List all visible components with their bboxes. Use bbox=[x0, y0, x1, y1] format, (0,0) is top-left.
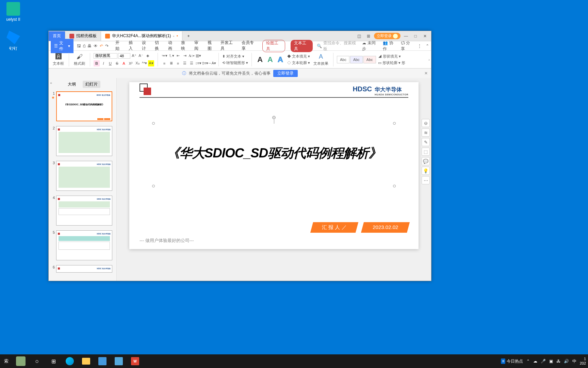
select-tool[interactable]: ⬚ bbox=[422, 148, 430, 156]
align-distribute-button[interactable]: ☰ bbox=[189, 60, 195, 66]
file-menu[interactable]: ☰ 文件 ▾ bbox=[51, 39, 74, 53]
text-fill-button[interactable]: ◆ 文本填充 ▾ bbox=[287, 54, 310, 59]
increase-font-icon[interactable]: A⁺ bbox=[131, 53, 137, 59]
task-view-button[interactable]: ⊞ bbox=[45, 354, 62, 368]
undo-icon[interactable]: ↶ bbox=[100, 44, 103, 48]
zoom-out-tool[interactable]: ⊖ bbox=[422, 119, 430, 127]
print-icon[interactable]: 🖶 bbox=[87, 44, 92, 48]
tab-animation[interactable]: 动画 bbox=[168, 40, 176, 52]
share-button[interactable]: ⮔ 分享 bbox=[401, 40, 413, 52]
tab-devtools[interactable]: 开发工具 bbox=[220, 40, 236, 52]
slide-title-text[interactable]: 《华大SDIOC_SD驱动代码例程解析》 bbox=[153, 144, 394, 162]
align-right-button[interactable]: ≡ bbox=[175, 60, 181, 66]
tab-vip[interactable]: 会员专享 bbox=[242, 40, 257, 52]
tab-design[interactable]: 设计 bbox=[142, 40, 150, 52]
resize-handle-sw[interactable] bbox=[152, 185, 155, 187]
shape-fill-button[interactable]: ◢ 形状填充 ▾ bbox=[378, 54, 405, 59]
slide-canvas[interactable]: HDSC 华大半导体 HUADA SEMICONDUCTOR 《华大SDIOC_… bbox=[129, 82, 419, 249]
clock[interactable]: 1 202 bbox=[580, 357, 586, 366]
collapse-ribbon-icon[interactable]: ⌃ bbox=[426, 44, 429, 48]
thumbnail-3[interactable]: 3 HDSC 华大半导体 bbox=[50, 161, 115, 191]
panel-tab-outline[interactable]: 大纲 bbox=[65, 81, 79, 88]
highlight-button[interactable]: A▾ bbox=[148, 60, 154, 66]
font-size-select[interactable] bbox=[118, 53, 130, 59]
format-painter-group[interactable]: 🖌 格式刷 bbox=[72, 53, 86, 66]
slide-editor[interactable]: HDSC 华大半导体 HUADA SEMICONDUCTOR 《华大SDIOC_… bbox=[117, 78, 431, 281]
tray-battery-icon[interactable]: ▣ bbox=[549, 359, 553, 364]
resize-handle-se[interactable] bbox=[393, 185, 396, 187]
close-button[interactable]: ✕ bbox=[421, 33, 429, 40]
taskbar-app-1[interactable] bbox=[13, 354, 29, 368]
maximize-button[interactable]: □ bbox=[411, 33, 420, 40]
save-icon[interactable]: 🖫 bbox=[77, 44, 81, 48]
ime-indicator[interactable]: 中 bbox=[572, 358, 576, 364]
clear-format-icon[interactable]: ◈ bbox=[145, 53, 151, 59]
layers-tool[interactable]: ≋ bbox=[422, 128, 430, 137]
columns-button[interactable]: ▥▾ bbox=[195, 53, 201, 59]
tray-network-icon[interactable]: 🖧 bbox=[556, 359, 560, 364]
underline-button[interactable]: U bbox=[107, 60, 113, 66]
text-style-gallery[interactable]: A A A bbox=[255, 55, 285, 64]
taskbar-explorer[interactable] bbox=[78, 354, 94, 368]
thumbnail-4[interactable]: 4 HDSC 华大半导体 bbox=[50, 196, 115, 226]
more-tools[interactable]: ⋯ bbox=[422, 176, 430, 184]
comment-tool[interactable]: 💬 bbox=[422, 157, 430, 165]
italic-button[interactable]: I bbox=[100, 60, 107, 66]
minimize-button[interactable]: ― bbox=[402, 33, 410, 40]
start-button[interactable]: ○ bbox=[29, 354, 45, 368]
taskbar-wps[interactable]: W bbox=[127, 354, 143, 368]
tab-draw-tool[interactable]: 绘图工具 bbox=[262, 40, 285, 52]
align-text-button[interactable]: ⬍ 对齐文本 ▾ bbox=[222, 54, 248, 59]
sync-button[interactable]: ☁ 未同步 bbox=[362, 40, 379, 52]
notice-close-button[interactable]: ✕ bbox=[424, 71, 428, 76]
thumbnail-1[interactable]: 1★ HDSC 华大半导体 《华大SDIOC_SD驱动代码例程解析》 bbox=[50, 91, 115, 121]
thumbnail-2[interactable]: 2 HDSC 华大半导体 bbox=[50, 126, 115, 156]
layout-icon[interactable]: ◫ bbox=[355, 33, 363, 40]
ribbon-scroll-right[interactable]: › bbox=[428, 58, 430, 62]
bold-button[interactable]: B bbox=[94, 60, 100, 66]
textbox-group[interactable]: 🅰 文本框 bbox=[51, 53, 65, 66]
font-color-button[interactable]: A bbox=[121, 60, 127, 66]
tab-start[interactable]: 开始 bbox=[115, 40, 123, 52]
text-effect-group[interactable]: A 文本效果 bbox=[312, 53, 330, 66]
taskbar-search[interactable]: 索 bbox=[0, 358, 13, 364]
indent-dec-button[interactable]: ⇤ bbox=[175, 53, 181, 59]
tray-chevron-icon[interactable]: ⌃ bbox=[526, 359, 530, 364]
align-justify-button[interactable]: ☰ bbox=[182, 60, 188, 66]
text-direction-button[interactable]: 𝐀↕▾ bbox=[189, 53, 195, 59]
tab-view[interactable]: 视图 bbox=[208, 40, 215, 52]
collab-button[interactable]: 👥 协作 bbox=[383, 40, 396, 52]
para-spacing-button[interactable]: ‡≡▾ bbox=[202, 60, 208, 66]
shape-outline-button[interactable]: ▭ 形状轮廓 ▾ 形 bbox=[378, 60, 405, 65]
news-widget[interactable]: ≡ 今日热点 bbox=[501, 358, 523, 364]
new-tab-button[interactable]: ＋ bbox=[182, 31, 195, 41]
pen-tool[interactable]: ✎ bbox=[422, 138, 430, 146]
taskbar-edge[interactable] bbox=[62, 354, 78, 368]
smart-shape-button[interactable]: ⟲ 转智能图形 ▾ bbox=[222, 60, 248, 65]
tab-transition[interactable]: 切换 bbox=[155, 40, 163, 52]
rotate-handle[interactable] bbox=[272, 116, 276, 119]
strike-button[interactable]: S bbox=[114, 60, 120, 66]
thumbnail-6[interactable]: 6 HDSC 华大半导体 bbox=[50, 265, 115, 273]
tray-volume-icon[interactable]: 🔊 bbox=[564, 359, 569, 364]
grid-icon[interactable]: ⊞ bbox=[364, 33, 373, 40]
char-spacing-button[interactable]: ↔A▾ bbox=[209, 60, 215, 66]
panel-tab-slides[interactable]: 幻灯片 bbox=[83, 81, 100, 88]
notice-login-button[interactable]: 立即登录 bbox=[273, 70, 298, 77]
preview-icon[interactable]: 👁 bbox=[94, 44, 98, 48]
numbering-button[interactable]: ⒈▾ bbox=[168, 53, 174, 59]
tab-insert[interactable]: 插入 bbox=[129, 40, 136, 52]
change-case-button[interactable]: ᴬᵃ▾ bbox=[141, 60, 147, 66]
desktop-icon-duelyst[interactable]: uelyst II bbox=[1, 2, 25, 22]
title-textbox[interactable]: 《华大SDIOC_SD驱动代码例程解析》 bbox=[153, 123, 395, 186]
taskbar-app-3[interactable] bbox=[111, 354, 127, 368]
login-button[interactable]: 立即登录 bbox=[374, 33, 401, 39]
tab-review[interactable]: 审阅 bbox=[194, 40, 202, 52]
shape-style-gallery[interactable]: Abc Abc Abc bbox=[337, 56, 376, 63]
redo-icon[interactable]: ↷ bbox=[105, 44, 109, 48]
tray-cloud-icon[interactable]: ☁ bbox=[533, 359, 537, 364]
line-height-button[interactable]: ↕≡▾ bbox=[195, 60, 201, 66]
indent-inc-button[interactable]: ⇥ bbox=[182, 53, 188, 59]
print-preview-icon[interactable]: ⎙ bbox=[83, 44, 85, 48]
align-left-button[interactable]: ≡ bbox=[161, 60, 167, 66]
